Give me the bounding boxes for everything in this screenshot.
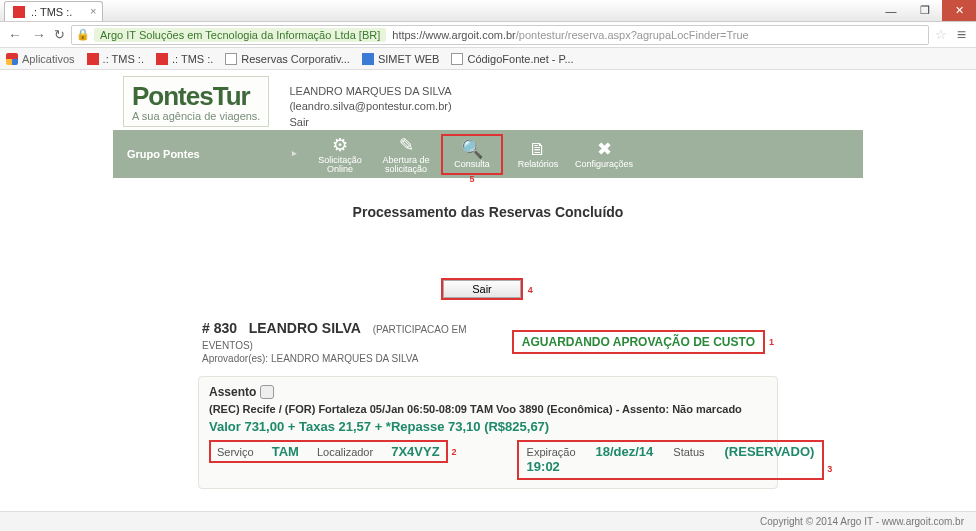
card-header: # 830 LEANDRO SILVA (PARTICIPACAO EM EVE…	[198, 316, 778, 366]
menu-label: Configurações	[575, 160, 633, 169]
browser-tab[interactable]: .: TMS :. ×	[4, 1, 103, 21]
service-label: Serviço	[217, 446, 254, 458]
menu-label: Solicitação Online	[309, 156, 371, 175]
bookmark-favicon	[87, 53, 99, 65]
reservation-card: # 830 LEANDRO SILVA (PARTICIPACAO EM EVE…	[198, 316, 778, 489]
service-box: Serviço TAM Localizador 7X4VYZ	[209, 440, 448, 463]
exp-row1: Expiração 18/dez/14 Status (RESERVADO)	[527, 444, 815, 459]
report-icon: 🗎	[529, 140, 547, 158]
close-icon[interactable]: ×	[90, 5, 96, 17]
site-identity: Argo IT Soluções em Tecnologia da Inform…	[94, 28, 386, 42]
document-icon: ✎	[399, 136, 414, 154]
status-label: Status	[673, 446, 704, 458]
apps-label: Aplicativos	[22, 53, 75, 65]
url-host: https://www.argoit.com.br	[392, 29, 516, 41]
menu-consulta[interactable]: 🔍 Consulta 5	[441, 134, 503, 175]
reload-button[interactable]: ↻	[54, 27, 65, 42]
annotation: 4	[528, 285, 533, 295]
bookmark-item[interactable]: SIMET WEB	[362, 53, 440, 65]
close-button[interactable]: ✕	[942, 0, 976, 21]
bookmark-item[interactable]: .: TMS :.	[156, 53, 213, 65]
bookmark-bar: Aplicativos .: TMS :. .: TMS :. Reservas…	[0, 48, 976, 70]
expiration-label: Expiração	[527, 446, 576, 458]
bookmark-favicon	[451, 53, 463, 65]
card-header-left: # 830 LEANDRO SILVA (PARTICIPACAO EM EVE…	[202, 320, 512, 364]
bookmark-label: .: TMS :.	[172, 53, 213, 65]
menu-icon[interactable]: ≡	[953, 26, 970, 44]
seat-description: (REC) Recife / (FOR) Fortaleza 05/Jan 06…	[209, 403, 767, 415]
annotation: 3	[827, 464, 832, 474]
menu-items: ⚙ Solicitação Online ✎ Abertura de solic…	[309, 134, 635, 175]
menu-label: Relatórios	[518, 160, 559, 169]
menu-label: Abertura de solicitação	[375, 156, 437, 175]
logo-tagline: A sua agência de viagens.	[132, 110, 260, 122]
bookmark-favicon	[156, 53, 168, 65]
window-controls: — ❐ ✕	[874, 0, 976, 21]
locator-value: 7X4VYZ	[391, 444, 439, 459]
tab-strip: .: TMS :. ×	[0, 0, 874, 21]
tools-icon: ✖	[597, 140, 612, 158]
lock-icon: 🔒	[76, 28, 90, 41]
bookmark-item[interactable]: CódigoFonte.net - P...	[451, 53, 573, 65]
bookmark-label: .: TMS :.	[103, 53, 144, 65]
forward-button[interactable]: →	[30, 27, 48, 43]
record-line1: # 830 LEANDRO SILVA (PARTICIPACAO EM EVE…	[202, 320, 512, 352]
logout-link[interactable]: Sair	[289, 116, 309, 128]
expiration-box: Expiração 18/dez/14 Status (RESERVADO) 1…	[517, 440, 825, 480]
annotation: 5	[469, 175, 474, 184]
bookmark-favicon	[362, 53, 374, 65]
bookmark-favicon	[225, 53, 237, 65]
tab-favicon	[13, 6, 25, 18]
locator-label: Localizador	[317, 446, 373, 458]
bottom-row: Serviço TAM Localizador 7X4VYZ 2 Expiraç…	[209, 440, 767, 480]
minimize-button[interactable]: —	[874, 0, 908, 21]
annotation: 1	[769, 337, 774, 347]
menu-config[interactable]: ✖ Configurações	[573, 134, 635, 175]
record-name: LEANDRO SILVA	[249, 320, 361, 336]
logo-text: PontesTur	[132, 81, 260, 112]
menu-solicitacao-online[interactable]: ⚙ Solicitação Online	[309, 134, 371, 175]
seat-icon[interactable]	[260, 385, 274, 399]
maximize-button[interactable]: ❐	[908, 0, 942, 21]
sair-row: Sair 4	[113, 280, 863, 298]
menu-abertura[interactable]: ✎ Abertura de solicitação	[375, 134, 437, 175]
group-selector[interactable]: Grupo Pontes	[113, 148, 303, 160]
apps-button[interactable]: Aplicativos	[6, 53, 75, 65]
content: Processamento das Reservas Concluído Sai…	[113, 178, 863, 489]
bookmark-label: SIMET WEB	[378, 53, 440, 65]
user-name: LEANDRO MARQUES DA SILVA	[289, 84, 451, 99]
approver-line: Aprovador(es): LEANDRO MARQUES DA SILVA	[202, 353, 512, 364]
bookmark-item[interactable]: .: TMS :.	[87, 53, 144, 65]
expiration-value: 18/dez/14	[596, 444, 654, 459]
url-bar[interactable]: 🔒 Argo IT Soluções em Tecnologia da Info…	[71, 25, 929, 45]
footer: Copyright © 2014 Argo IT - www.argoit.co…	[0, 511, 976, 529]
user-email: (leandro.silva@pontestur.com.br)	[289, 99, 451, 114]
gear-icon: ⚙	[332, 136, 348, 154]
search-icon: 🔍	[461, 140, 483, 158]
seat-row: Assento	[209, 385, 767, 399]
record-id: # 830	[202, 320, 237, 336]
footer-text: Copyright © 2014 Argo IT - www.argoit.co…	[760, 516, 964, 527]
page: PontesTur A sua agência de viagens. LEAN…	[0, 70, 976, 529]
bookmark-star-icon[interactable]: ☆	[935, 27, 947, 42]
menubar: Grupo Pontes ⚙ Solicitação Online ✎ Aber…	[113, 130, 863, 178]
tab-title: .: TMS :.	[31, 6, 72, 18]
page-title: Processamento das Reservas Concluído	[113, 204, 863, 220]
seat-label: Assento	[209, 385, 256, 399]
sair-button[interactable]: Sair	[443, 280, 521, 298]
back-button[interactable]: ←	[6, 27, 24, 43]
seat-block: Assento (REC) Recife / (FOR) Fortaleza 0…	[198, 376, 778, 489]
status-value: (RESERVADO)	[725, 444, 815, 459]
bookmark-item[interactable]: Reservas Corporativ...	[225, 53, 350, 65]
url-path: /pontestur/reserva.aspx?agrupaLocFinder=…	[516, 29, 749, 41]
logo: PontesTur A sua agência de viagens.	[123, 76, 269, 127]
service-value: TAM	[272, 444, 299, 459]
app-shell: PontesTur A sua agência de viagens. LEAN…	[113, 70, 863, 489]
bookmark-label: CódigoFonte.net - P...	[467, 53, 573, 65]
window-titlebar: .: TMS :. × — ❐ ✕	[0, 0, 976, 22]
menu-relatorios[interactable]: 🗎 Relatórios	[507, 134, 569, 175]
valor-line: Valor 731,00 + Taxas 21,57 + *Repasse 73…	[209, 419, 767, 434]
header: PontesTur A sua agência de viagens. LEAN…	[113, 70, 863, 130]
menu-label: Consulta	[454, 160, 490, 169]
nav-bar: ← → ↻ 🔒 Argo IT Soluções em Tecnologia d…	[0, 22, 976, 48]
